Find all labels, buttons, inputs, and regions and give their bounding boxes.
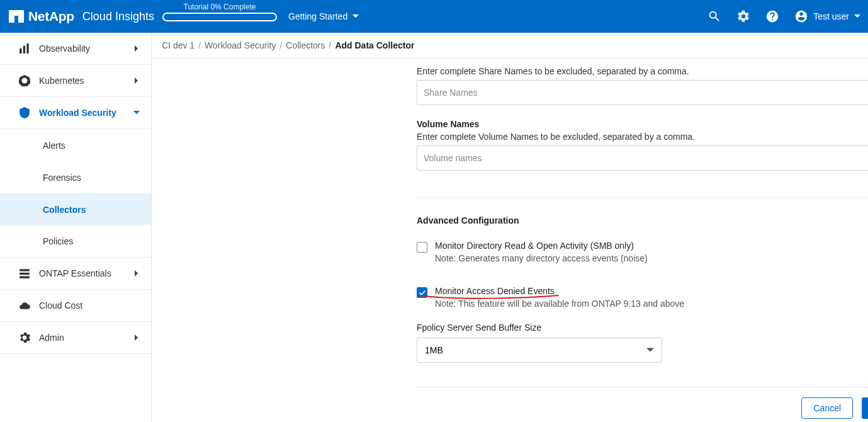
bars-icon — [19, 43, 30, 54]
volume-names-help: Enter complete Volume Names to be exclud… — [417, 132, 868, 142]
sidebar-subitem-forensics[interactable]: Forensics — [0, 161, 151, 193]
monitor-access-denied-label: Monitor Access Denied Events — [435, 286, 555, 296]
breadcrumb-current: Add Data Collector — [335, 40, 414, 50]
app-header: NetApp Cloud Insights Tutorial 0% Comple… — [0, 0, 868, 33]
cancel-button[interactable]: Cancel — [801, 397, 853, 419]
brand-name: NetApp — [28, 9, 74, 24]
monitor-access-denied-row: Monitor Access Denied Events Note: This … — [417, 286, 868, 309]
progress-bar — [162, 13, 277, 21]
sidebar-subitem-collectors[interactable]: Collectors — [0, 193, 151, 225]
share-names-help: Enter complete Share Names to be exclude… — [417, 66, 868, 76]
monitor-directory-label: Monitor Directory Read & Open Activity (… — [435, 241, 648, 251]
volume-names-title: Volume Names — [417, 119, 868, 129]
sidebar-item-label: ONTAP Essentials — [39, 268, 111, 278]
fpolicy-buffer-value: 1MB — [425, 345, 443, 355]
user-name: Test user — [813, 11, 849, 21]
user-menu[interactable]: Test user — [794, 9, 860, 23]
getting-started-label: Getting Started — [288, 11, 347, 21]
breadcrumb-item[interactable]: Collectors — [286, 40, 325, 50]
sidebar-item-label: Admin — [39, 333, 64, 343]
sidebar: Observability Kubernetes Workload Securi… — [0, 33, 152, 422]
monitor-access-denied-note: Note: This feature will be available fro… — [435, 299, 684, 309]
cloud-icon — [19, 300, 30, 311]
netapp-logo-icon — [9, 10, 24, 23]
svg-rect-4 — [20, 273, 30, 275]
svg-rect-3 — [20, 269, 30, 271]
svg-rect-1 — [23, 46, 25, 54]
fpolicy-buffer-select[interactable]: 1MB — [417, 338, 662, 363]
sidebar-item-label: Kubernetes — [39, 76, 84, 86]
shield-icon — [19, 107, 30, 118]
logo[interactable]: NetApp Cloud Insights — [9, 9, 154, 24]
chevron-down-icon — [352, 13, 359, 20]
sidebar-item-label: Workload Security — [39, 108, 116, 118]
header-actions: Test user — [707, 9, 860, 23]
kubernetes-icon — [19, 75, 30, 86]
sidebar-item-observability[interactable]: Observability — [0, 33, 151, 65]
advanced-config-title: Advanced Configuration — [417, 215, 868, 225]
gear-icon[interactable] — [736, 9, 750, 23]
fpolicy-label: Fpolicy Server Send Buffer Size — [417, 322, 868, 333]
sidebar-item-admin[interactable]: Admin — [0, 322, 151, 354]
breadcrumb: CI dev 1 / Workload Security / Collector… — [152, 33, 868, 59]
chevron-right-icon — [133, 270, 140, 277]
tutorial-label: Tutorial 0% Complete — [162, 3, 277, 11]
sidebar-item-workload-security[interactable]: Workload Security — [0, 97, 151, 129]
monitor-access-denied-checkbox[interactable] — [417, 287, 427, 298]
svg-rect-5 — [20, 277, 30, 278]
main-content: CI dev 1 / Workload Security / Collector… — [152, 33, 868, 422]
chevron-right-icon — [133, 77, 140, 84]
sidebar-item-kubernetes[interactable]: Kubernetes — [0, 65, 151, 97]
tutorial-progress[interactable]: Tutorial 0% Complete — [162, 3, 277, 21]
product-name: Cloud Insights — [82, 10, 154, 23]
volume-names-input[interactable] — [417, 145, 868, 171]
sidebar-item-label: Cloud Cost — [39, 300, 82, 311]
search-icon[interactable] — [707, 9, 721, 23]
svg-rect-2 — [26, 43, 28, 54]
chevron-down-icon — [133, 110, 140, 116]
share-names-input[interactable] — [417, 80, 868, 105]
sidebar-item-label: Observability — [39, 43, 90, 54]
stack-icon — [19, 268, 30, 279]
sidebar-subitem-alerts[interactable]: Alerts — [0, 129, 151, 161]
sidebar-subitem-policies[interactable]: Policies — [0, 225, 151, 258]
save-button[interactable]: Save — [862, 397, 868, 419]
chevron-right-icon — [133, 45, 140, 52]
monitor-directory-checkbox[interactable] — [417, 242, 427, 253]
chevron-right-icon — [133, 334, 140, 341]
monitor-directory-row: Monitor Directory Read & Open Activity (… — [417, 241, 868, 263]
chevron-down-icon — [646, 346, 654, 354]
chevron-down-icon — [854, 13, 860, 20]
gear-icon — [19, 332, 30, 343]
getting-started-menu[interactable]: Getting Started — [288, 11, 359, 21]
check-icon — [419, 289, 426, 297]
breadcrumb-item[interactable]: Workload Security — [205, 40, 276, 50]
breadcrumb-root[interactable]: CI dev 1 — [162, 40, 194, 50]
monitor-directory-note: Note: Generates many directory access ev… — [435, 253, 648, 263]
svg-rect-0 — [20, 48, 21, 54]
sidebar-item-cloud-cost[interactable]: Cloud Cost — [0, 290, 151, 322]
help-icon[interactable] — [765, 9, 779, 23]
user-avatar-icon — [794, 9, 808, 23]
form-footer: Cancel Save — [417, 387, 868, 419]
sidebar-item-ontap-essentials[interactable]: ONTAP Essentials — [0, 258, 151, 290]
